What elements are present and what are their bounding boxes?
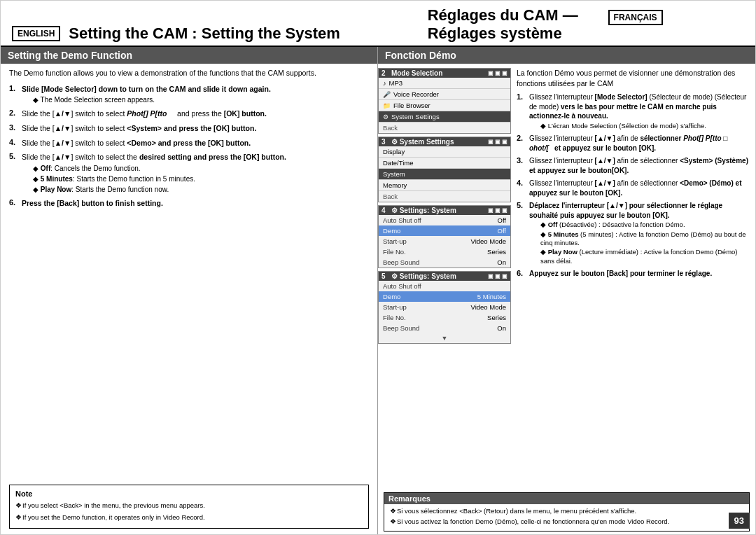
screen5-autoshut: Auto Shut off bbox=[379, 281, 510, 291]
fr-step1-bullet: L'écran Mode Selection (Sélection de mod… bbox=[540, 122, 750, 130]
header: ENGLISH Setting the CAM : Setting the Sy… bbox=[1, 1, 755, 47]
screen3-back: Back bbox=[379, 191, 510, 202]
screen4-autoshut: Auto Shut offOff bbox=[379, 215, 510, 225]
screens-column: 2 Mode Selection ▣ ▣ ▣ ♪ MP3 🎤 Voice Rec… bbox=[378, 68, 511, 489]
remarques-item-2: Si vous activez la fonction Demo (Démo),… bbox=[390, 517, 743, 527]
screen3-memory: Memory bbox=[379, 180, 510, 190]
note-title: Note bbox=[15, 489, 363, 498]
screen-2-header: 2 Mode Selection ▣ ▣ ▣ bbox=[379, 69, 510, 78]
screen-2: 2 Mode Selection ▣ ▣ ▣ ♪ MP3 🎤 Voice Rec… bbox=[378, 68, 511, 134]
step-2: 2. Slide the [▲/▼] switch to select Phot… bbox=[9, 109, 369, 119]
step-1: 1. Slide [Mode Selector] down to turn on… bbox=[9, 84, 369, 105]
step-3: 3. Slide the [▲/▼] switch to select <Sys… bbox=[9, 123, 369, 134]
screen2-back: Back bbox=[379, 123, 510, 133]
left-column: Setting the Demo Function The Demo funct… bbox=[1, 47, 378, 534]
step-5: 5. Slide the [▲/▼] switch to select the … bbox=[9, 152, 369, 194]
fr-step5-bullet2: 5 Minutes (5 minutes) : Active la foncti… bbox=[540, 230, 750, 248]
step-6: 6. Press the [Back] button to finish set… bbox=[9, 198, 369, 209]
screen4-fileno: File No.Series bbox=[379, 246, 510, 257]
screen-3: 3 ⚙ System Settings ▣ ▣ ▣ Display Date/T… bbox=[378, 137, 511, 202]
screen2-voice: 🎤 Voice Recorder bbox=[379, 89, 510, 99]
step-4: 4. Slide the [▲/▼] switch to select <Dem… bbox=[9, 138, 369, 148]
step5-bullet1: Off: Cancels the Demo function. bbox=[33, 164, 286, 173]
step1-bullet: The Mode Selection screen appears. bbox=[33, 95, 271, 104]
screen-5: 5 ⚙ Settings: System ▣ ▣ ▣ Auto Shut off… bbox=[378, 271, 511, 344]
fr-step-3: 3. Glissez l'interrupteur [▲/▼] afin de … bbox=[517, 156, 750, 175]
title-en: Setting the CAM : Setting the System bbox=[69, 25, 399, 43]
french-steps: La fonction Démo vous permet de visionne… bbox=[511, 68, 755, 489]
screen-5-header: 5 ⚙ Settings: System ▣ ▣ ▣ bbox=[379, 272, 510, 281]
title-fr: Réglages du CAM — FRANÇAIS Réglages syst… bbox=[414, 6, 663, 43]
screen5-fileno: File No.Series bbox=[379, 312, 510, 323]
note-item-1: If you select <Back> in the menu, the pr… bbox=[15, 501, 363, 510]
intro-text: The Demo function allows you to view a d… bbox=[9, 68, 369, 78]
lang-fr-badge: FRANÇAIS bbox=[608, 10, 663, 25]
lang-en-badge: ENGLISH bbox=[12, 26, 60, 41]
step5-bullet2: 5 Minutes: Starts the Demo function in 5… bbox=[33, 174, 286, 183]
fr-step-5: 5. Déplacez l'interrupteur [▲/▼] pour sé… bbox=[517, 201, 750, 265]
screen3-system: System bbox=[379, 169, 510, 179]
note-item-2: If you set the Demo function, it operate… bbox=[15, 513, 363, 522]
screen2-system: ⚙ System Settings bbox=[379, 111, 510, 122]
steps-list: 1. Slide [Mode Selector] down to turn on… bbox=[9, 84, 369, 209]
left-content-area: The Demo function allows you to view a d… bbox=[1, 68, 377, 479]
fr-intro: La fonction Démo vous permet de visionne… bbox=[517, 68, 750, 88]
right-column: Fonction Démo 2 Mode Selection ▣ ▣ ▣ ♪ M… bbox=[378, 47, 755, 534]
screen4-demo: DemoOff bbox=[379, 225, 510, 236]
fr-step-6: 6. Appuyez sur le bouton [Back] pour ter… bbox=[517, 269, 750, 279]
screen-4: 4 ⚙ Settings: System ▣ ▣ ▣ Auto Shut off… bbox=[378, 205, 511, 268]
screen3-display: Display bbox=[379, 146, 510, 157]
page-number: 93 bbox=[729, 513, 750, 529]
screen-3-header: 3 ⚙ System Settings ▣ ▣ ▣ bbox=[379, 137, 510, 146]
screen-4-header: 4 ⚙ Settings: System ▣ ▣ ▣ bbox=[379, 206, 510, 215]
remarques-box: Remarques Si vous sélectionnez <Back> (R… bbox=[384, 492, 750, 531]
screen4-beep: Beep SoundOn bbox=[379, 257, 510, 268]
screen3-datetime: Date/Time bbox=[379, 158, 510, 168]
screen5-demo: Demo5 Minutes bbox=[379, 291, 510, 302]
screen5-beep: Beep SoundOn bbox=[379, 323, 510, 333]
fr-step-2: 2. Glissez l'interrupteur [▲/▼] afin de … bbox=[517, 134, 750, 153]
fr-step-1: 1. Glissez l'interrupteur [Mode Selector… bbox=[517, 92, 750, 130]
fr-step5-bullet1: Off (Désactivée) : Désactive la fonction… bbox=[540, 221, 750, 229]
note-box: Note If you select <Back> in the menu, t… bbox=[9, 485, 369, 529]
left-section-header: Setting the Demo Function bbox=[1, 47, 377, 64]
fr-step-4: 4. Glissez l'interrupteur [▲/▼] afin de … bbox=[517, 179, 750, 197]
remarques-title: Remarques bbox=[384, 493, 749, 504]
remarques-item-1: Si vous sélectionnez <Back> (Retour) dan… bbox=[390, 507, 743, 516]
screen4-startup: Start-upVideo Mode bbox=[379, 236, 510, 246]
screen5-startup: Start-upVideo Mode bbox=[379, 302, 510, 312]
screen2-file: 📁 File Browser bbox=[379, 100, 510, 111]
right-top-area: 2 Mode Selection ▣ ▣ ▣ ♪ MP3 🎤 Voice Rec… bbox=[378, 68, 755, 489]
right-section-header: Fonction Démo bbox=[378, 47, 755, 64]
fr-step5-bullet3: Play Now (Lecture immédiate) : Active la… bbox=[540, 248, 750, 265]
screen2-mp3: ♪ MP3 bbox=[379, 78, 510, 88]
step5-bullet3: Play Now: Starts the Demo function now. bbox=[33, 185, 286, 194]
main-content: Setting the Demo Function The Demo funct… bbox=[1, 47, 755, 534]
